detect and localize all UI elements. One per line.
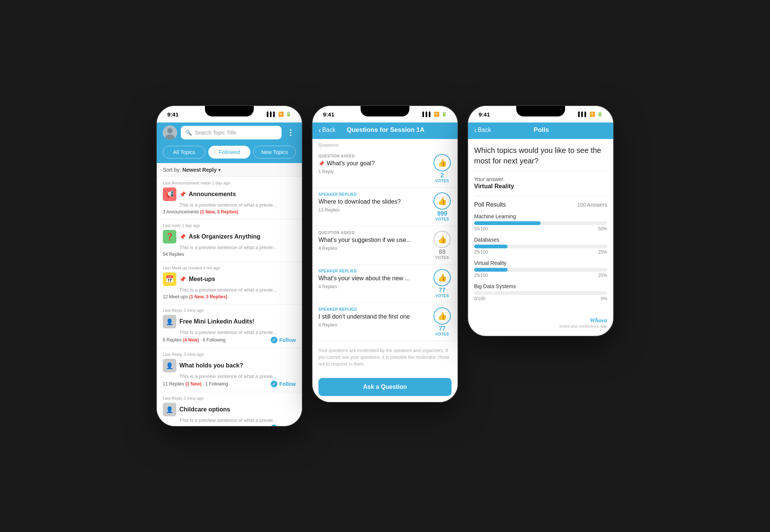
question-body: SPEAKER REPLIED Where to download the sl… (318, 192, 429, 213)
vote-block[interactable]: 👍 999 VOTES (433, 192, 452, 221)
back-button[interactable]: ‹ Back (474, 126, 491, 134)
follow-check-icon (271, 381, 277, 387)
user-avatar[interactable] (163, 125, 177, 140)
time-1: 9:41 (167, 111, 179, 118)
list-item[interactable]: Last Announcement made 1 day ago 📢 📌 Ann… (157, 177, 302, 219)
poll-question: Which topics would you like to see the m… (474, 145, 607, 166)
follow-button[interactable]: Follow (271, 425, 296, 426)
pin-icon: 📌 (318, 161, 324, 166)
list-item[interactable]: Last Meet-up created 4 hrs ago 📅 📌 Meet-… (157, 262, 302, 304)
ask-question-button[interactable]: Ask a Question (318, 378, 452, 396)
question-item[interactable]: SPEAKER REPLIED Where to download the sl… (312, 188, 458, 226)
pin-icon: 📌 (179, 234, 186, 240)
back-chevron-icon: ‹ (318, 126, 321, 134)
topic-preview: This is a preview sentence of what a pre… (179, 329, 296, 335)
topic-footer-text: 3 Announcements (1 New, 3 Replies) (163, 209, 238, 215)
signal-icon: ▌▌▌ (422, 112, 432, 117)
question-item[interactable]: QUESTION ASKED What's your suggestion if… (312, 226, 458, 264)
q-title: What's your view about the new ... (318, 275, 410, 283)
tab-new-topics[interactable]: New Topics (253, 146, 296, 159)
question-item[interactable]: SPEAKER REPLIED What's your view about t… (312, 264, 458, 303)
poll-results-header: Poll Results 100 Answers (474, 201, 607, 208)
vote-count: 77 (439, 287, 446, 294)
poll-content: Which topics would you like to see the m… (468, 139, 613, 313)
progress-track (474, 221, 607, 225)
vote-count: 77 (439, 325, 446, 332)
q-title: I still don't understand the first one (318, 313, 410, 321)
topic-title-row: 📅 📌 Meet-ups (163, 272, 296, 286)
question-body: QUESTION ASKED 📌 What's your goal? 1 Rep… (318, 154, 429, 174)
question-item[interactable]: QUESTION ASKED 📌 What's your goal? 1 Rep… (312, 150, 458, 188)
topic-title: What holds you back? (179, 362, 243, 369)
thumbs-up-icon[interactable]: 👍 (434, 154, 451, 171)
question-tag: SPEAKER REPLIED (318, 269, 429, 273)
thumbs-up-icon[interactable]: 👍 (434, 231, 451, 248)
vote-block[interactable]: 👍 2 VOTES (433, 154, 452, 183)
search-bar[interactable]: 🔍 Search Topic Title (181, 126, 282, 139)
progress-track (474, 245, 607, 248)
pin-icon: 📌 (179, 191, 186, 197)
tab-followed[interactable]: Followed (208, 146, 250, 159)
list-item[interactable]: Last Reply 3 mins ago 👤 Childcare option… (157, 392, 302, 426)
status-icons-1: ▌▌▌ 🛜 🔋 (267, 112, 291, 117)
follow-button[interactable]: Follow (271, 337, 296, 343)
q-title: What's your goal? (327, 160, 375, 168)
questions-header: ‹ Back Questions for Session 1A (312, 122, 458, 139)
thumbs-up-icon[interactable]: 👍 (434, 192, 451, 210)
phone1-content: Sort by: Newest Reply ▾ Last Announcemen… (157, 163, 302, 426)
question-tag: SPEAKER REPLIED (318, 192, 429, 196)
progress-track (474, 291, 607, 295)
q-title: What's your suggestion if we use... (318, 236, 411, 244)
list-item[interactable]: Last Reply 3 mins ago 👤 What holds you b… (157, 348, 302, 392)
phone-2: 9:41 ▌▌▌ 🛜 🔋 ‹ Back Questions for Sessio… (312, 105, 458, 403)
poll-bar-item: Machine Learning 50/100 50% (474, 213, 607, 231)
topic-footer: 12 Meet-ups (1 New, 3 Replies) (163, 294, 296, 299)
sort-value[interactable]: Newest Reply (182, 167, 217, 173)
search-placeholder: Search Topic Title (195, 130, 236, 136)
follow-button[interactable]: Follow (271, 381, 296, 387)
question-body: SPEAKER REPLIED What's your view about t… (318, 269, 429, 289)
q-title-row: Where to download the slides? (318, 198, 429, 206)
q-title-row: 📌 What's your goal? (318, 160, 429, 168)
poll-bar-item: Big Data Systems 0/100 0% (474, 283, 607, 301)
poll-bar-stats: 50/100 50% (474, 226, 607, 231)
more-menu-button[interactable] (285, 127, 296, 138)
vote-block[interactable]: 👍 77 VOTES (433, 307, 452, 336)
phone-1: 9:41 ▌▌▌ 🛜 🔋 🔍 Search Topic Title (156, 105, 303, 427)
status-bar-3: 9:41 ▌▌▌ 🛜 🔋 (468, 106, 613, 122)
topic-title: Free Mini Linkedin Audits! (179, 318, 254, 325)
topic-footer: 6 Replies (4 New) · 6 Following Follow (163, 337, 296, 343)
q-replies: 13 Replies (318, 207, 429, 213)
vote-block[interactable]: 👍 88 VOTES (433, 231, 452, 260)
topic-icon-childcare: 👤 (163, 403, 176, 416)
topic-footer: 11 Replies (1 New) · 1 Following Follow (163, 381, 296, 387)
phone1-search-header: 🔍 Search Topic Title (157, 122, 302, 144)
progress-track (474, 268, 607, 272)
tab-all-topics[interactable]: All Topics (163, 146, 205, 159)
new-badge: (1 New, 3 Replies) (200, 209, 238, 215)
whova-brand: Whova event and conference app (468, 313, 613, 336)
back-chevron-icon: ‹ (474, 126, 477, 134)
question-item[interactable]: SPEAKER REPLIED I still don't understand… (312, 303, 458, 341)
votes-label: VOTES (435, 294, 449, 298)
poll-bar-fraction: 25/100 (474, 273, 488, 278)
sort-chevron[interactable]: ▾ (218, 167, 221, 173)
list-item[interactable]: Last reply 1 day ago ❓ 📌 Ask Organizers … (157, 219, 302, 262)
pin-icon: 📌 (179, 276, 186, 282)
back-button[interactable]: ‹ Back (318, 126, 335, 134)
topic-preview: This is a preview sentence of what a pre… (179, 417, 296, 423)
q-title-row: What's your view about the new ... (318, 275, 429, 283)
page-title: Questions for Session 1A (338, 126, 433, 134)
thumbs-up-icon[interactable]: 👍 (434, 269, 451, 286)
thumbs-up-icon[interactable]: 👍 (434, 307, 451, 325)
list-item[interactable]: Last Reply 3 mins ago 👤 Free Mini Linked… (157, 304, 302, 348)
q-title-row: What's your suggestion if we use... (318, 236, 429, 244)
poll-bar-percent: 25% (598, 273, 607, 278)
time-3: 9:41 (479, 111, 490, 118)
poll-bar-name: Big Data Systems (474, 283, 607, 289)
poll-bar-percent: 25% (598, 249, 607, 255)
topic-meta: Last Reply 3 mins ago (163, 308, 296, 313)
vote-block[interactable]: 👍 77 VOTES (433, 269, 452, 298)
topic-preview: This is a preview sentence of what a pre… (179, 373, 296, 379)
topic-icon-linkedin: 👤 (163, 315, 176, 328)
